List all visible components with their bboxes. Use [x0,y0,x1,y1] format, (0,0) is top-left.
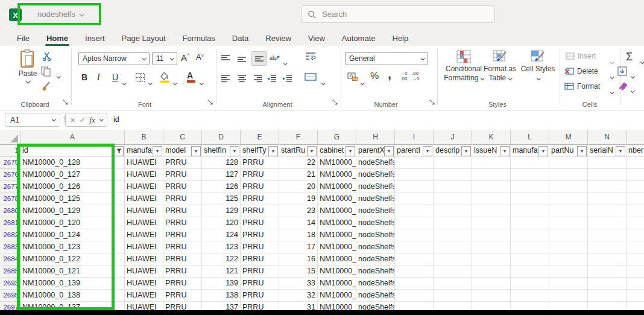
clear-menu-chevron[interactable] [631,84,634,95]
cell[interactable] [434,266,472,278]
cell[interactable] [472,217,511,229]
percent-style-button[interactable]: % [370,71,379,81]
cell[interactable]: NM10000_0_128 [21,157,125,169]
font-color-menu-chevron[interactable] [200,77,203,88]
bold-button[interactable]: B [81,72,87,82]
column-header[interactable]: J [434,130,472,145]
chevron-down-icon[interactable] [99,117,103,121]
cell[interactable]: PRRU [163,266,202,278]
cell[interactable]: 138 [202,290,241,302]
search-input[interactable]: Search [301,5,495,23]
cell[interactable] [627,278,644,290]
cell[interactable]: PRRU [163,290,202,302]
cell[interactable]: HUAWEI [125,217,163,229]
filter-button[interactable]: ▾ [153,146,162,156]
filter-button[interactable]: ▾ [461,146,471,156]
cell[interactable] [395,169,434,181]
cell[interactable]: NM10000_ [318,278,356,290]
cell[interactable] [627,241,644,253]
decrease-font-size-button[interactable]: Av [196,52,204,62]
cell[interactable] [627,229,644,241]
cell[interactable] [549,290,588,302]
cell[interactable] [472,229,511,241]
cell[interactable] [511,181,549,193]
menu-tab-view[interactable]: View [300,30,333,46]
column-header[interactable]: I [395,130,434,145]
cell[interactable]: NM10000_0_124 [21,229,125,241]
column-header[interactable]: M [549,130,588,145]
number-dialog-launcher[interactable] [429,97,435,107]
increase-indent-button[interactable] [282,74,292,85]
menu-tab-insert[interactable]: Insert [77,30,113,46]
cell[interactable] [588,229,627,241]
orientation-button[interactable]: ab [270,53,280,65]
number-format-select[interactable]: General [345,52,428,65]
row-header[interactable]: 2683 [0,241,21,253]
row-header[interactable]: 2675 [0,157,21,169]
cell[interactable]: nodeShelfs [356,193,395,205]
column-header-cell[interactable]: serialN▾ [588,145,627,157]
cell[interactable] [511,241,549,253]
cell[interactable]: 139 [202,278,241,290]
cell[interactable] [511,205,549,217]
cell[interactable]: PRRU [163,181,202,193]
cell[interactable]: PRRU [163,253,202,266]
cell[interactable] [395,241,434,253]
cell[interactable]: 128 [202,157,241,169]
cell[interactable] [549,217,588,229]
cell[interactable]: PRRU [241,290,279,302]
cell[interactable] [511,169,549,181]
cell[interactable] [588,253,627,266]
cell[interactable] [472,181,511,193]
fill-menu-chevron[interactable] [631,70,634,81]
increase-decimal-button[interactable]: ←0.00 [400,71,407,82]
insert-function-button[interactable]: fx [89,115,95,125]
cell[interactable] [511,290,549,302]
column-header[interactable]: E [241,130,279,145]
font-dialog-launcher[interactable] [207,97,213,107]
document-title[interactable]: nodeshelfs [37,10,83,19]
borders-button[interactable] [135,72,145,85]
cell[interactable]: 21 [279,169,318,181]
cell[interactable]: NM10000_ [318,266,356,278]
cell[interactable]: 17 [279,241,318,253]
cell[interactable] [549,181,588,193]
underline-button[interactable]: U [112,72,118,82]
cell[interactable]: NM10000_0_125 [21,193,125,205]
copy-menu-chevron[interactable] [57,70,60,81]
font-size-select[interactable]: 11 [152,52,177,65]
cell[interactable] [588,169,627,181]
cell[interactable]: NM10000_0_122 [21,253,125,266]
filter-button[interactable]: ▾ [500,146,510,156]
cell[interactable]: HUAWEI [125,266,163,278]
cell[interactable] [549,193,588,205]
menu-tab-formulas[interactable]: Formulas [174,30,224,46]
cell[interactable]: 22 [279,157,318,169]
column-header[interactable]: K [472,130,511,145]
cell[interactable] [511,278,549,290]
row-header[interactable]: 2695 [0,290,21,302]
cell[interactable]: nber [627,145,644,157]
column-header[interactable]: C [163,130,202,145]
format-painter-button[interactable] [41,81,51,94]
cell[interactable]: HUAWEI [125,290,163,302]
accounting-format-button[interactable] [347,72,358,84]
column-header-cell[interactable]: issueN▾ [472,145,511,157]
cell[interactable] [549,229,588,241]
copy-button[interactable] [41,66,51,79]
cell[interactable]: PRRU [241,266,279,278]
cell-styles-button[interactable]: Cell Styles [520,50,556,83]
enter-button[interactable]: ✓ [79,116,85,124]
cell[interactable]: PRRU [241,181,279,193]
column-header[interactable]: L [511,130,549,145]
cell[interactable]: NM10000_ [318,229,356,241]
filter-button[interactable]: ▾ [346,146,355,156]
cell[interactable] [472,241,511,253]
cell[interactable]: HUAWEI [125,157,163,169]
cell[interactable] [511,217,549,229]
autosum-menu-chevron[interactable] [640,56,643,66]
delete-cells-button[interactable]: Delete [564,67,598,75]
cell[interactable] [627,181,644,193]
row-header[interactable]: 2678 [0,193,21,205]
cell[interactable] [434,217,472,229]
